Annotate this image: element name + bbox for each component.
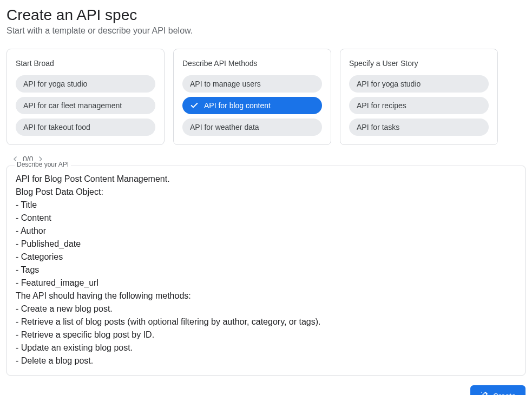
- check-icon: [190, 101, 199, 110]
- chip-label: API for yoga studio: [357, 80, 421, 88]
- page-title: Create an API spec: [6, 6, 526, 24]
- template-chip[interactable]: API for recipes: [349, 97, 489, 114]
- magic-wand-icon: [480, 391, 489, 395]
- chip-label: API for weather data: [190, 123, 259, 131]
- template-chip[interactable]: API for yoga studio: [349, 75, 489, 93]
- chip-label: API for yoga studio: [23, 80, 87, 88]
- describe-api-label: Describe your API: [15, 161, 71, 168]
- template-chip[interactable]: API for takeout food: [16, 119, 155, 136]
- template-card: Specify a User StoryAPI for yoga studioA…: [340, 49, 498, 145]
- chip-label: API for car fleet management: [23, 101, 122, 110]
- describe-api-field[interactable]: Describe your API API for Blog Post Cont…: [6, 166, 526, 376]
- template-card: Start BroadAPI for yoga studioAPI for ca…: [6, 49, 165, 145]
- page-subtitle: Start with a template or describe your A…: [6, 26, 526, 36]
- chip-label: API for tasks: [357, 123, 399, 131]
- create-button[interactable]: Create: [470, 385, 526, 395]
- card-title: Describe API Methods: [182, 59, 322, 68]
- chip-label: API to manage users: [190, 80, 261, 88]
- template-cards-row: Start BroadAPI for yoga studioAPI for ca…: [6, 49, 526, 145]
- template-chip[interactable]: API to manage users: [182, 75, 322, 93]
- card-title: Specify a User Story: [349, 59, 489, 68]
- card-title: Start Broad: [16, 59, 155, 68]
- describe-api-textarea[interactable]: API for Blog Post Content Management. Bl…: [16, 173, 516, 367]
- template-chip[interactable]: API for tasks: [349, 119, 489, 136]
- chip-label: API for takeout food: [23, 123, 90, 131]
- template-chip[interactable]: API for car fleet management: [16, 97, 155, 114]
- template-chip[interactable]: API for blog content: [182, 97, 322, 114]
- template-chip[interactable]: API for weather data: [182, 119, 322, 136]
- chip-label: API for recipes: [357, 101, 406, 110]
- create-button-label: Create: [493, 392, 516, 396]
- template-chip[interactable]: API for yoga studio: [16, 75, 155, 93]
- history-pager: 0/0: [11, 155, 526, 163]
- template-card: Describe API MethodsAPI to manage usersA…: [173, 49, 331, 145]
- chip-label: API for blog content: [204, 101, 271, 110]
